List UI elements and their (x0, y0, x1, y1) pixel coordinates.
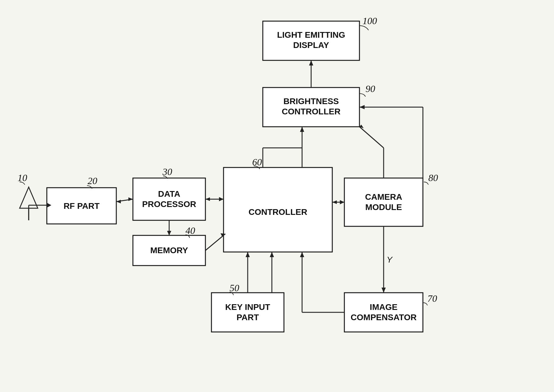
label-image-compensator: IMAGE (370, 302, 398, 312)
label-light-emitting-display-2: DISPLAY (293, 40, 329, 50)
label-y: Y (387, 255, 393, 264)
ref-80: 80 (428, 172, 438, 183)
diagram-container: LIGHT EMITTING DISPLAY 100 BRIGHTNESS CO… (0, 0, 554, 392)
ref-90: 90 (366, 83, 375, 94)
ref-100: 100 (362, 15, 377, 26)
label-camera-module-2: MODULE (365, 202, 402, 212)
label-light-emitting-display: LIGHT EMITTING (277, 30, 345, 40)
label-data-processor: DATA (158, 189, 180, 199)
ref-20: 20 (88, 175, 97, 186)
label-camera-module: CAMERA (365, 192, 402, 202)
label-memory: MEMORY (150, 246, 188, 255)
label-key-input: KEY INPUT (225, 302, 270, 312)
label-data-processor-2: PROCESSOR (142, 199, 196, 209)
label-controller: CONTROLLER (249, 207, 307, 217)
ref-70: 70 (427, 293, 437, 304)
ref-40: 40 (185, 225, 195, 236)
label-rf-part: RF PART (63, 201, 99, 211)
label-image-compensator-2: COMPENSATOR (351, 313, 417, 322)
ref-50: 50 (230, 282, 239, 293)
block-data-processor (133, 178, 205, 220)
block-image-compensator (344, 293, 423, 332)
ref-30: 30 (162, 166, 172, 177)
block-key-input (211, 293, 284, 332)
ref-60: 60 (252, 157, 262, 167)
block-camera-module (344, 178, 423, 226)
label-brightness-controller: BRIGHTNESS (283, 97, 339, 106)
label-key-input-2: PART (237, 313, 259, 322)
ref-10: 10 (18, 172, 27, 183)
label-brightness-controller-2: CONTROLLER (282, 107, 340, 116)
